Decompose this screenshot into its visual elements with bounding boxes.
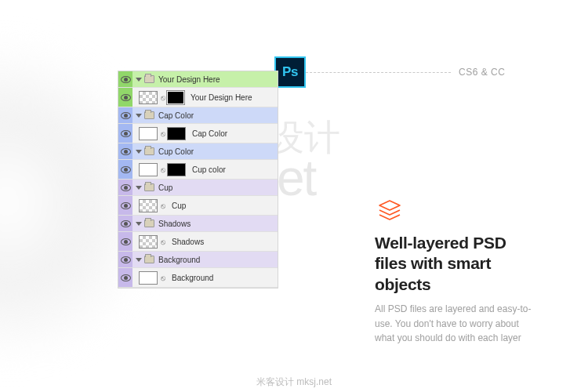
chevron-down-icon[interactable]	[136, 78, 142, 82]
layer-label: Cup color	[192, 165, 226, 174]
eye-icon	[121, 256, 131, 263]
link-icon: ⎋	[160, 201, 166, 210]
visibility-toggle[interactable]	[118, 71, 132, 87]
chevron-down-icon[interactable]	[136, 150, 142, 154]
layers-stack-icon	[376, 198, 403, 228]
layer-group-row[interactable]: Cap Color	[118, 107, 278, 124]
eye-icon	[121, 238, 131, 245]
layer-thumbnail	[139, 235, 158, 249]
folder-icon	[144, 220, 154, 227]
eye-icon	[121, 220, 131, 227]
chevron-down-icon[interactable]	[136, 114, 142, 118]
layer-row[interactable]: ⎋ Your Design Here	[118, 88, 278, 107]
layer-thumbnail	[139, 163, 158, 176]
chevron-down-icon[interactable]	[136, 186, 142, 190]
eye-icon	[121, 274, 131, 281]
visibility-toggle[interactable]	[118, 196, 132, 215]
layer-thumbnail	[139, 271, 158, 285]
visibility-toggle[interactable]	[118, 232, 132, 251]
eye-icon	[121, 202, 131, 209]
layer-row[interactable]: ⎋ Cup	[118, 196, 278, 216]
divider-line	[302, 72, 451, 73]
layer-group-row[interactable]: Cup Color	[118, 143, 278, 160]
visibility-toggle[interactable]	[118, 143, 132, 159]
layer-group-label: Your Design Here	[158, 75, 278, 84]
layer-group-row[interactable]: Shadows	[118, 216, 278, 232]
folder-icon	[144, 75, 154, 83]
layer-group-label: Cap Color	[158, 111, 278, 120]
visibility-toggle[interactable]	[118, 107, 132, 123]
visibility-toggle[interactable]	[118, 180, 132, 195]
layer-mask-thumbnail	[167, 163, 186, 176]
visibility-toggle[interactable]	[118, 216, 132, 231]
layer-row[interactable]: ⎋ Shadows	[118, 232, 278, 252]
layer-group-label: Background	[158, 256, 278, 264]
chevron-down-icon[interactable]	[136, 222, 142, 226]
layer-mask-thumbnail	[167, 127, 186, 140]
folder-icon	[144, 183, 154, 191]
visibility-toggle[interactable]	[118, 124, 132, 143]
footer-watermark: 米客设计 mksj.net	[0, 376, 588, 389]
layer-label: Background	[172, 274, 213, 282]
eye-icon	[121, 184, 131, 191]
visibility-toggle[interactable]	[118, 160, 132, 179]
folder-icon	[144, 111, 154, 119]
eye-icon	[121, 166, 131, 173]
layer-group-row[interactable]: Background	[118, 252, 278, 268]
link-icon: ⎋	[160, 165, 166, 174]
link-icon: ⎋	[160, 129, 166, 138]
layer-row[interactable]: ⎋ Cup color	[118, 160, 278, 180]
folder-icon	[144, 256, 154, 263]
chevron-down-icon[interactable]	[136, 258, 142, 262]
layer-row[interactable]: ⎋ Cap Color	[118, 124, 278, 143]
eye-icon	[121, 130, 131, 137]
version-label: CS6 & CC	[459, 67, 505, 78]
eye-icon	[121, 148, 131, 155]
feature-heading: Well-layered PSD files with smart object…	[375, 233, 539, 295]
layer-thumbnail	[139, 91, 158, 104]
folder-icon	[144, 147, 154, 155]
layer-row[interactable]: ⎋ Background	[118, 268, 278, 288]
layer-label: Shadows	[172, 238, 204, 246]
link-icon: ⎋	[160, 274, 166, 282]
layer-group-row[interactable]: Your Design Here	[118, 71, 278, 88]
feature-description: All PSD files are layered and easy-to-us…	[375, 302, 539, 346]
layer-group-row[interactable]: Cup	[118, 180, 278, 196]
layer-label: Cup	[172, 201, 186, 210]
eye-icon	[121, 112, 131, 119]
layer-group-label: Cup	[158, 183, 278, 192]
visibility-toggle[interactable]	[118, 268, 132, 287]
layer-thumbnail	[139, 127, 158, 140]
eye-icon	[121, 94, 131, 101]
layers-panel: Your Design Here ⎋ Your Design Here Cap …	[118, 71, 278, 289]
layer-group-label: Cup Color	[158, 147, 278, 156]
layer-label: Your Design Here	[191, 93, 252, 102]
layer-group-label: Shadows	[158, 220, 278, 228]
visibility-toggle[interactable]	[118, 88, 132, 107]
layer-thumbnail	[139, 199, 158, 212]
visibility-toggle[interactable]	[118, 252, 132, 267]
layer-label: Cap Color	[192, 129, 227, 138]
photoshop-icon: Ps	[274, 56, 306, 88]
layer-mask-thumbnail	[167, 91, 184, 104]
eye-icon	[121, 76, 131, 83]
ps-badge-text: Ps	[282, 64, 298, 80]
link-icon: ⎋	[160, 238, 166, 246]
link-icon: ⎋	[160, 93, 166, 102]
